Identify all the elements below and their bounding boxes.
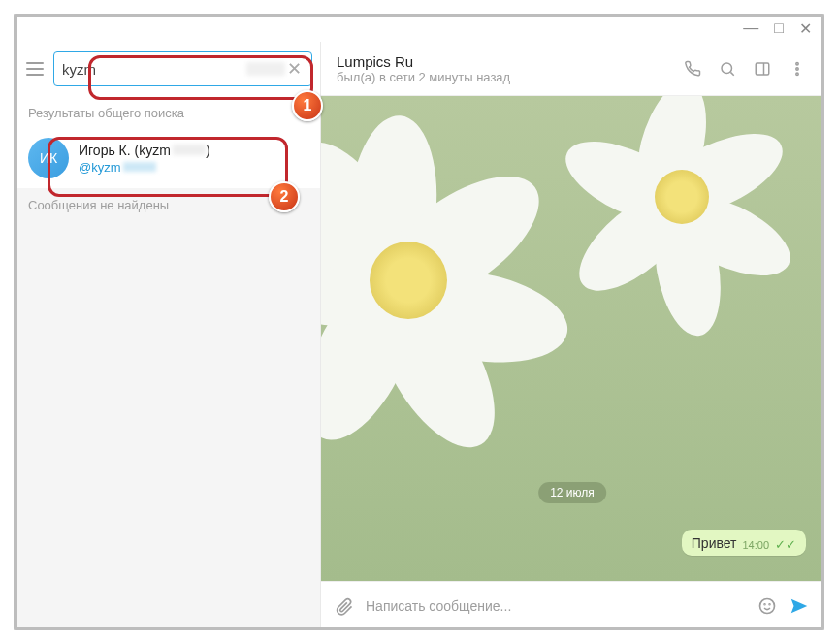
svg-point-0: [722, 63, 732, 74]
search-result-item[interactable]: ИК Игорь К. (kyzm) @kyzm: [15, 128, 320, 188]
chat-header: Lumpics Ru был(а) в сети 2 минуты назад: [321, 42, 823, 96]
svg-point-5: [796, 67, 798, 69]
svg-line-1: [730, 72, 733, 75]
attach-icon[interactable]: [335, 596, 354, 616]
search-in-chat-icon[interactable]: [717, 58, 738, 80]
chat-title[interactable]: Lumpics Ru: [337, 53, 668, 70]
messages-not-found-label: Сообщения не найдены: [15, 188, 320, 629]
more-menu-icon[interactable]: [787, 58, 808, 80]
svg-point-8: [764, 603, 765, 604]
window-maximize-button[interactable]: □: [774, 19, 784, 37]
composer: Написать сообщение...: [321, 581, 823, 629]
sidebar: ✕ Результаты общего поиска ИК Игорь К. (…: [15, 42, 321, 629]
message-text: Привет: [692, 535, 737, 551]
chat-status: был(а) в сети 2 минуты назад: [337, 70, 668, 84]
svg-point-4: [796, 62, 798, 64]
menu-button[interactable]: [22, 54, 48, 83]
avatar: ИК: [28, 138, 69, 178]
svg-point-6: [796, 73, 798, 75]
search-box[interactable]: ✕: [53, 51, 312, 86]
chat-pane: Lumpics Ru был(а) в сети 2 минуты назад: [321, 42, 823, 629]
blurred-text: [246, 62, 285, 76]
svg-point-7: [760, 598, 775, 613]
search-input[interactable]: [62, 61, 246, 78]
send-button[interactable]: [789, 596, 810, 617]
chat-body[interactable]: 12 июля Привет 14:00 ✓✓: [321, 96, 823, 581]
side-panel-icon[interactable]: [752, 58, 773, 80]
call-icon[interactable]: [682, 58, 703, 80]
svg-rect-2: [756, 63, 769, 75]
date-chip: 12 июля: [538, 482, 606, 503]
window-close-button[interactable]: ✕: [799, 19, 812, 38]
read-ticks-icon: ✓✓: [775, 538, 796, 551]
emoji-icon[interactable]: [757, 596, 777, 616]
svg-point-9: [769, 603, 770, 604]
composer-input[interactable]: Написать сообщение...: [366, 598, 746, 614]
window-titlebar: — □ ✕: [15, 15, 823, 42]
result-name: Игорь К. (kyzm): [79, 143, 210, 158]
window-minimize-button[interactable]: —: [743, 19, 758, 37]
chat-wallpaper: [321, 96, 823, 581]
clear-search-button[interactable]: ✕: [285, 58, 304, 80]
result-username: @kyzm: [79, 160, 210, 175]
search-results-header: Результаты общего поиска: [15, 96, 320, 128]
outgoing-message[interactable]: Привет 14:00 ✓✓: [682, 530, 806, 556]
message-time: 14:00: [742, 539, 769, 551]
